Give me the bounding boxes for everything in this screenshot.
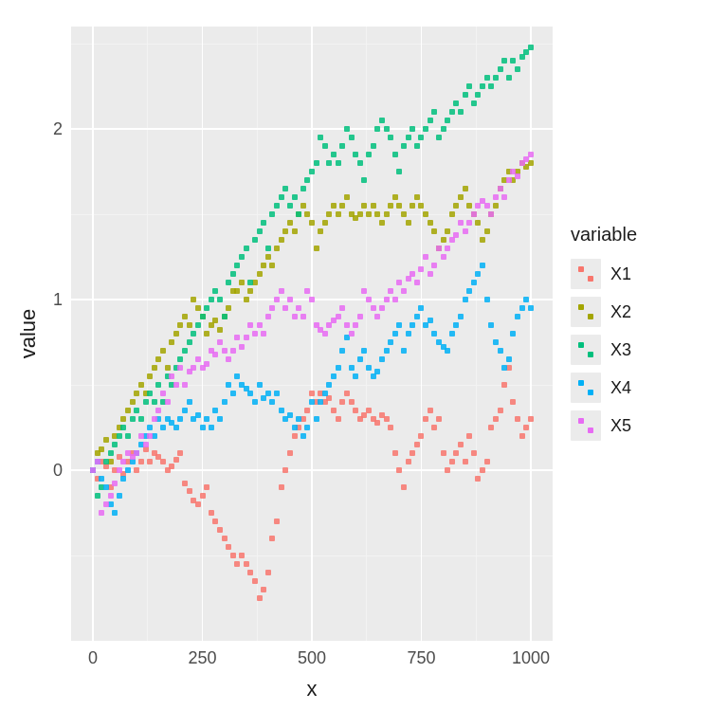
data-point	[173, 382, 179, 388]
data-point	[510, 399, 516, 405]
data-point	[418, 203, 424, 209]
data-point	[152, 416, 157, 422]
data-point	[484, 459, 490, 464]
data-point	[322, 220, 328, 226]
data-point	[453, 203, 459, 209]
data-point	[120, 459, 126, 464]
data-point	[191, 331, 196, 337]
data-point	[471, 211, 477, 217]
data-point	[244, 561, 249, 567]
data-point	[182, 382, 188, 388]
data-point	[463, 92, 468, 98]
data-point	[173, 331, 179, 337]
data-point	[331, 203, 337, 209]
data-point	[458, 220, 464, 226]
data-point	[173, 457, 179, 463]
legend-label: X3	[610, 340, 631, 360]
data-point	[274, 246, 280, 251]
data-point	[480, 263, 485, 268]
data-point	[392, 450, 398, 456]
x-tick-label: 0	[88, 648, 98, 668]
data-point	[475, 203, 481, 209]
data-point	[423, 126, 428, 132]
data-point	[252, 331, 258, 337]
data-point	[423, 416, 428, 422]
data-point	[217, 339, 223, 345]
data-point	[410, 126, 415, 132]
data-point	[384, 126, 390, 132]
data-point	[374, 211, 380, 217]
data-point	[112, 481, 118, 486]
data-point	[349, 135, 355, 140]
data-point	[177, 322, 183, 328]
data-point	[463, 459, 468, 464]
data-point	[379, 220, 385, 226]
data-point	[222, 536, 228, 541]
data-point	[212, 288, 218, 294]
data-point	[353, 408, 358, 413]
data-point	[314, 416, 319, 422]
data-point	[388, 425, 393, 430]
data-point	[471, 450, 477, 456]
data-point	[217, 416, 223, 422]
data-point	[204, 484, 209, 490]
data-point	[95, 459, 100, 464]
data-point	[458, 109, 464, 115]
y-tick-label: 0	[53, 461, 63, 481]
data-point	[480, 467, 485, 473]
data-point	[261, 263, 266, 268]
data-point	[309, 220, 315, 226]
data-point	[371, 305, 376, 311]
data-point	[120, 425, 126, 430]
data-point	[130, 416, 136, 422]
legend: variable X1X2X3X4X5	[571, 224, 713, 448]
data-point	[396, 467, 402, 473]
data-point	[484, 75, 490, 81]
data-point	[296, 305, 301, 311]
data-point	[445, 228, 450, 234]
data-point	[498, 66, 503, 72]
data-point	[453, 322, 459, 328]
data-point	[449, 459, 455, 464]
data-point	[287, 297, 293, 302]
data-point	[445, 118, 450, 123]
legend-key-icon	[571, 297, 601, 327]
data-point	[515, 66, 520, 72]
data-point	[336, 416, 341, 422]
data-point	[344, 322, 350, 328]
data-point	[252, 578, 258, 584]
y-tick-label: 1	[53, 290, 63, 310]
data-point	[147, 391, 153, 396]
data-point	[353, 373, 358, 379]
data-point	[366, 152, 372, 157]
data-point	[230, 553, 236, 558]
data-point	[528, 45, 534, 50]
data-point	[247, 570, 253, 575]
legend-item: X1	[571, 259, 713, 289]
data-point	[371, 373, 376, 379]
data-point	[134, 391, 139, 396]
data-point	[480, 83, 485, 89]
data-point	[353, 322, 358, 328]
data-point	[222, 348, 228, 354]
data-point	[414, 442, 420, 447]
data-point	[222, 314, 228, 319]
data-point	[510, 58, 516, 64]
data-point	[318, 399, 323, 405]
data-point	[314, 160, 319, 166]
data-point	[112, 510, 118, 516]
data-point	[212, 408, 218, 413]
data-point	[326, 322, 332, 328]
data-point	[244, 297, 249, 302]
data-point	[292, 228, 298, 234]
data-point	[160, 391, 166, 396]
data-point	[99, 446, 104, 452]
data-point	[296, 416, 301, 422]
data-point	[134, 408, 139, 413]
data-point	[292, 194, 298, 200]
data-point	[414, 314, 420, 319]
data-point	[169, 464, 174, 469]
data-point	[99, 510, 104, 516]
data-point	[187, 339, 192, 345]
data-point	[209, 510, 214, 516]
